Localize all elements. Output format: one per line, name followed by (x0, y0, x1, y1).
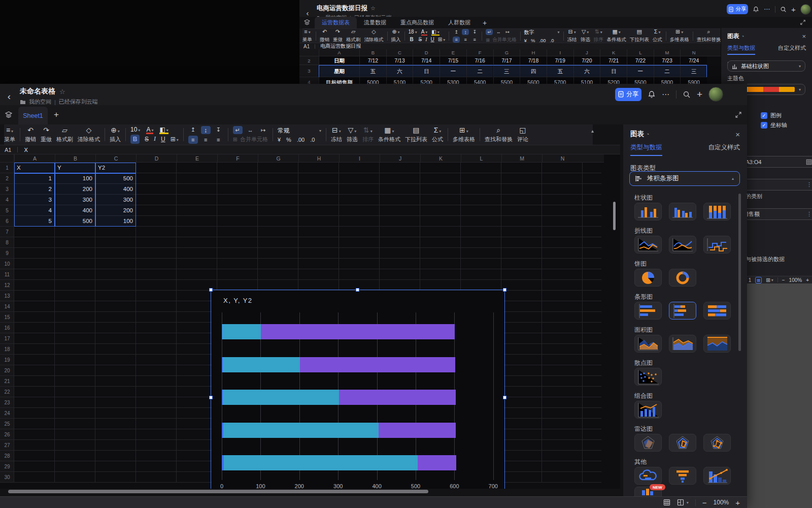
back-col-header-L[interactable]: L (627, 49, 654, 56)
undo-button[interactable]: ↶撤销 (320, 29, 329, 43)
formula-button[interactable]: Σ▾公式 (432, 126, 443, 143)
freeze-button[interactable]: ⊟▾冻结 (331, 126, 342, 143)
star-icon[interactable]: ☆ (370, 5, 376, 12)
row-num-5[interactable]: 5 (0, 205, 14, 216)
chart-type-donut[interactable] (669, 269, 696, 287)
dropdown-list-button[interactable]: ▤下拉列表 (405, 126, 427, 143)
back-sheet-tab-1[interactable]: 运营数据表 (315, 17, 357, 28)
back-col-header-C[interactable]: C (386, 49, 413, 56)
chart-type-radar-stacked[interactable] (669, 434, 696, 452)
new-tab-plus-icon[interactable]: + (697, 89, 702, 100)
sheet-list-icon[interactable] (303, 19, 311, 26)
fill-color-button[interactable]: ◧▾ (159, 126, 168, 133)
back-col-header-I[interactable]: I (547, 49, 573, 56)
row-num-14[interactable]: 14 (0, 301, 14, 312)
chart-resize-handle[interactable] (356, 288, 359, 292)
col-header-C[interactable]: C (95, 154, 136, 163)
data-cell[interactable]: 300 (95, 195, 136, 205)
back-cell[interactable]: 7/20 (573, 56, 600, 65)
col-header-F[interactable]: F (217, 154, 258, 163)
back-cell[interactable]: 7/24 (680, 56, 707, 65)
col-header-A[interactable]: A (14, 154, 55, 163)
sheet-tab-sheet1[interactable]: Sheet1 (18, 107, 48, 124)
data-cell[interactable]: 5 (14, 216, 55, 227)
row-num-2[interactable]: 2 (0, 173, 14, 184)
back-tab-custom-style[interactable]: 自定义样式 (778, 44, 806, 55)
back-cell[interactable]: 7/23 (654, 56, 681, 65)
row-num-24[interactable]: 24 (0, 408, 14, 419)
formula-button[interactable]: Σ▾公式 (653, 29, 662, 43)
row-num-19[interactable]: 19 (0, 355, 14, 365)
bar-segment-Y2[interactable] (339, 390, 455, 405)
filter-button[interactable]: ▽▾筛选 (581, 29, 590, 43)
back-category-select[interactable]: ⋮ (738, 179, 812, 190)
back-col-header-J[interactable]: J (573, 49, 600, 56)
back-col-header-H[interactable]: H (520, 49, 547, 56)
chart-type-word-cloud[interactable] (634, 467, 662, 485)
chart-type-bar-basic[interactable] (634, 302, 662, 320)
format-painter-button[interactable]: ▱格式刷 (56, 126, 73, 143)
back-row-num[interactable]: 3 (299, 65, 319, 77)
halign-center-button[interactable]: ≡ (462, 37, 469, 43)
data-cell[interactable]: 500 (55, 216, 95, 227)
borders-button[interactable]: ⊞▾ (171, 136, 179, 143)
back-cell[interactable]: 星期 (319, 65, 359, 77)
more-menu-icon[interactable]: ⋯ (662, 90, 670, 99)
freeze-button[interactable]: ⊟▾冻结 (567, 29, 577, 43)
front-avatar[interactable] (708, 87, 723, 102)
back-col-header-F[interactable]: F (466, 49, 493, 56)
add-sheet-icon[interactable]: + (54, 110, 59, 120)
number-format-select[interactable]: 数字 (524, 29, 534, 36)
data-cell[interactable]: 2 (14, 184, 55, 195)
halign-center-button[interactable]: ≡ (201, 136, 211, 144)
grid-vertical-scrollbar[interactable] (613, 202, 616, 230)
chart-resize-handle[interactable] (503, 288, 506, 292)
pivot-table-button[interactable]: ⊞▾多维表格 (453, 126, 475, 143)
bar-segment-Y[interactable] (223, 390, 339, 405)
back-range-input[interactable]: '!A3:O4 (738, 156, 812, 168)
back-col-header-M[interactable]: M (654, 49, 681, 56)
chart-type-line-smooth[interactable] (669, 236, 696, 253)
back-sheet-tab-2[interactable]: 流量数据 (357, 17, 393, 28)
conditional-format-button[interactable]: ▦▾条件格式 (378, 126, 400, 143)
panel-close-icon[interactable]: × (735, 130, 740, 139)
chart-type-area-basic[interactable] (634, 335, 662, 353)
bar-segment-Y2[interactable] (261, 324, 455, 339)
bar-segment-Y[interactable] (223, 423, 379, 438)
back-cell[interactable]: 日 (600, 65, 627, 77)
col-header-M[interactable]: M (501, 154, 542, 163)
chart-type-bar-stacked[interactable] (669, 302, 696, 320)
row-num-1[interactable]: 1 (0, 163, 14, 173)
panel-scrollbar[interactable] (738, 194, 741, 351)
valign-middle-button[interactable]: ↨ (462, 29, 469, 35)
front-grid[interactable]: ABCDEFGHIJKLMN12345678910111213141516171… (0, 154, 620, 489)
halign-right-button[interactable]: ≡ (471, 37, 478, 43)
back-arrow-icon[interactable]: ‹ (5, 91, 13, 102)
search-icon[interactable] (780, 6, 787, 13)
back-cell[interactable]: 7/21 (600, 56, 627, 65)
chart-type-line-step[interactable] (703, 236, 731, 253)
bar-segment-Y2[interactable] (379, 423, 456, 438)
menu-button[interactable]: ≡▾菜单 (4, 126, 15, 143)
col-header-E[interactable]: E (177, 154, 217, 163)
grid-horizontal-scrollbar[interactable] (8, 490, 428, 493)
back-avatar[interactable] (800, 4, 811, 15)
data-cell[interactable]: 3 (14, 195, 55, 205)
data-cell[interactable]: 400 (95, 184, 136, 195)
data-cell[interactable]: Y2 (95, 163, 136, 173)
back-tab-type-data[interactable]: 类型与数据 (727, 44, 755, 55)
data-cell[interactable]: 100 (55, 173, 95, 184)
underline-button[interactable]: U (161, 136, 165, 143)
back-zoom-in-icon[interactable]: + (806, 277, 809, 283)
halign-left-button[interactable]: ≡ (188, 136, 198, 144)
back-arrow-icon[interactable]: ‹ (303, 9, 312, 17)
dropdown-list-button[interactable]: ▤下拉列表 (630, 29, 649, 43)
row-num-9[interactable]: 9 (0, 248, 14, 259)
back-col-header-D[interactable]: D (413, 49, 439, 56)
font-size-select[interactable]: 10▾ (130, 126, 140, 133)
back-share-button[interactable]: 分享 (727, 4, 748, 14)
increase-decimal-button[interactable]: .00 (539, 38, 546, 43)
col-header-N[interactable]: N (542, 154, 583, 163)
chart-type-combo[interactable] (634, 401, 662, 419)
font-size-select[interactable]: 18▾ (409, 29, 417, 35)
